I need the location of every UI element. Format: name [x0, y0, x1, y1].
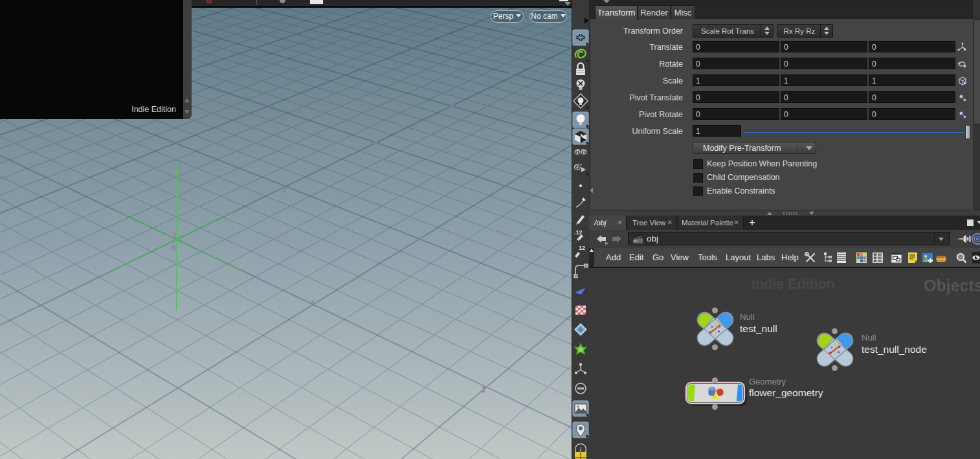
svg-text:-4: -4: [506, 69, 513, 78]
svg-text:0: 0: [172, 244, 176, 253]
svg-text:0: 0: [172, 231, 177, 240]
svg-text:2: 2: [482, 385, 486, 394]
svg-text:12: 12: [579, 245, 585, 251]
svg-text:-3: -3: [447, 102, 454, 111]
svg-text:1: 1: [311, 299, 315, 308]
svg-text:-1: -1: [279, 185, 286, 194]
svg-text:-1: -1: [58, 177, 65, 186]
svg-text:-2: -2: [370, 141, 377, 150]
